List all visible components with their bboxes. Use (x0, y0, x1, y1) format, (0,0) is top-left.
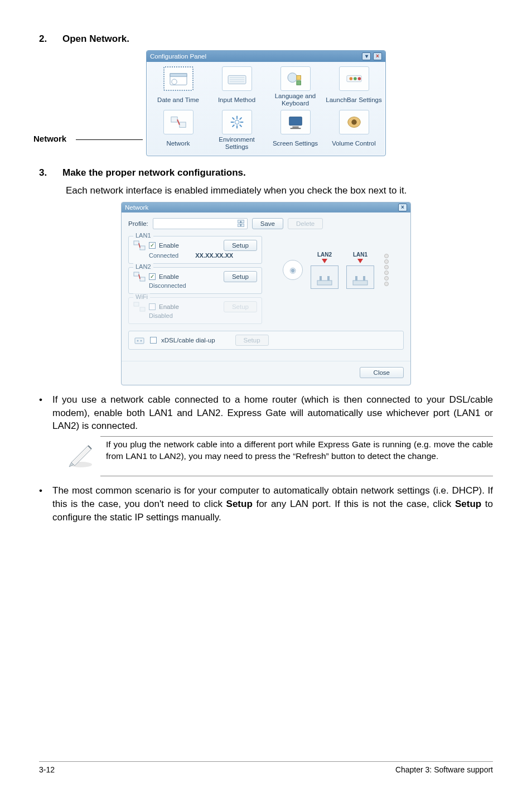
monitor-icon (285, 114, 306, 131)
keyboard-icon (226, 70, 248, 87)
svg-point-44 (141, 340, 142, 341)
cfg-item-environment-settings[interactable]: Environment Settings (207, 110, 266, 150)
cfg-label: Environment Settings (207, 137, 266, 150)
svg-point-43 (137, 340, 139, 341)
svg-rect-32 (134, 272, 139, 276)
svg-rect-34 (134, 302, 139, 306)
lan1-setup-button[interactable]: Setup (224, 240, 257, 251)
cfg-item-screen-settings[interactable]: Screen Settings (266, 110, 325, 150)
network-window-title: Network (125, 204, 148, 211)
callout-line (76, 139, 143, 140)
cfg-item-volume-control[interactable]: Volume Control (325, 110, 383, 150)
xdsl-setup-button[interactable]: Setup (235, 335, 269, 346)
delete-button[interactable]: Delete (288, 218, 323, 229)
wifi-enable-checkbox[interactable]: ✓ (149, 303, 156, 310)
cfg-item-launchbar-settings[interactable]: LaunchBar Settings (325, 66, 383, 107)
svg-rect-1 (170, 74, 187, 77)
svg-rect-27 (290, 128, 301, 129)
environment-icon (226, 114, 248, 131)
cfg-item-input-method[interactable]: Input Method (207, 66, 266, 107)
step-3-title: Make the proper network configurations. (62, 167, 246, 178)
lan1-title: LAN1 (133, 232, 153, 239)
svg-rect-33 (140, 277, 145, 281)
svg-rect-40 (355, 276, 357, 281)
wifi-title: WiFi (133, 293, 150, 300)
router-icon (352, 274, 369, 286)
wifi-enable-label: Enable (159, 303, 179, 310)
modem-icon: ◉ (283, 260, 303, 280)
cfg-label: Network (166, 137, 190, 150)
step-2-number: 2. (39, 33, 49, 45)
svg-rect-30 (134, 241, 139, 245)
lan2-enable-label: Enable (159, 273, 179, 280)
svg-line-22 (239, 125, 241, 127)
lan1-ip: XX.XX.XX.XX (195, 252, 233, 259)
lan1-enable-label: Enable (159, 242, 179, 249)
profile-combo[interactable]: ▴▾ (153, 218, 248, 229)
globe-keyboard-icon (285, 70, 306, 87)
svg-point-13 (357, 77, 361, 80)
svg-rect-15 (179, 122, 185, 127)
bullet-2-part: for any LAN port. If this is not the cas… (253, 499, 455, 509)
step-2-title: Open Network. (62, 33, 129, 45)
svg-rect-38 (327, 276, 330, 281)
callout-network-label: Network (33, 134, 66, 143)
wifi-group: WiFi ✓ Enable Setup Disabled (128, 297, 262, 324)
wifi-setup-button[interactable]: Setup (224, 301, 257, 312)
nic-icon (133, 301, 146, 312)
svg-rect-37 (320, 276, 322, 281)
cfg-item-language-keyboard[interactable]: Language and Keyboard (266, 66, 325, 107)
svg-line-21 (232, 118, 234, 120)
svg-rect-9 (296, 81, 301, 85)
calendar-icon (168, 70, 189, 87)
diagram-lan2-label: LAN2 (317, 252, 332, 258)
note-text: If you plug the network cable into a dif… (106, 439, 493, 462)
xdsl-enable-checkbox[interactable]: ✓ (150, 337, 157, 344)
svg-rect-8 (296, 75, 301, 80)
nic-icon (133, 271, 146, 282)
svg-point-16 (235, 120, 239, 124)
close-icon[interactable]: × (398, 204, 407, 211)
router-diagram: ◉ LAN2 LAN1 (283, 252, 389, 289)
close-button[interactable]: Close (360, 367, 404, 378)
close-icon[interactable]: × (373, 52, 382, 60)
bullet-2-bold: Setup (226, 499, 253, 509)
arrow-down-icon (357, 259, 363, 263)
lan1-status: Connected (149, 252, 178, 259)
lan1-enable-checkbox[interactable]: ✓ (149, 242, 156, 249)
svg-rect-26 (292, 127, 298, 128)
note-pen-icon (66, 439, 96, 471)
modem-icon (133, 335, 146, 346)
svg-line-23 (239, 118, 241, 120)
step-3-body: Each network interface is enabled immedi… (66, 184, 493, 197)
svg-rect-31 (140, 246, 145, 250)
cfg-label: Input Method (218, 93, 255, 107)
save-button[interactable]: Save (252, 218, 283, 229)
svg-line-24 (232, 125, 234, 127)
cfg-label: Language and Keyboard (266, 93, 325, 107)
lan2-setup-button[interactable]: Setup (224, 271, 257, 282)
network-window: Network × Profile: ▴▾ Save Delete L (121, 202, 411, 385)
bullet-1-text: If you use a network cable connected to … (52, 393, 493, 433)
bullet-icon: • (39, 484, 42, 524)
arrow-down-icon (322, 259, 327, 263)
lan1-group: LAN1 ✓ Enable Setup Connected XX.XX.XX.X… (128, 236, 262, 264)
cfg-item-network[interactable]: Network (149, 110, 207, 150)
footer-chapter: Chapter 3: Software support (395, 765, 493, 774)
lan2-group: LAN2 ✓ Enable Setup Disconnected (128, 267, 262, 294)
cfg-item-date-time[interactable]: Date and Time (149, 66, 207, 107)
svg-rect-39 (353, 281, 367, 285)
diagram-lan1-label: LAN1 (353, 252, 367, 258)
svg-point-11 (349, 77, 352, 80)
cfg-label: Date and Time (157, 93, 199, 107)
xdsl-group: ✓ xDSL/cable dial-up Setup (128, 331, 404, 350)
xdsl-label: xDSL/cable dial-up (161, 337, 215, 344)
minimize-icon[interactable]: ▾ (362, 52, 371, 60)
network-icon (168, 114, 189, 131)
wifi-status: Disabled (149, 312, 173, 319)
lan2-enable-checkbox[interactable]: ✓ (149, 273, 156, 280)
bullet-icon: • (39, 393, 42, 433)
svg-rect-42 (135, 338, 144, 344)
step-3-number: 3. (39, 167, 49, 178)
status-lights-icon (384, 254, 389, 286)
